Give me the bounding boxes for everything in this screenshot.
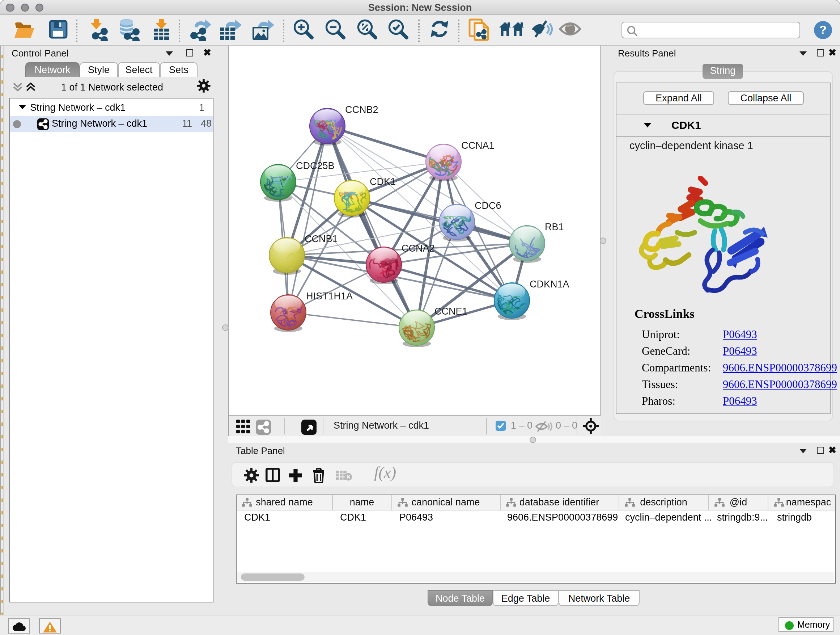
svg-text:CCNA2: CCNA2 — [401, 243, 435, 254]
svg-text:HIST1H1A: HIST1H1A — [306, 291, 353, 302]
svg-text:CDKN1A: CDKN1A — [530, 279, 569, 290]
svg-text:RB1: RB1 — [545, 222, 564, 233]
svg-text:CCNE1: CCNE1 — [434, 306, 468, 317]
svg-text:CDK1: CDK1 — [370, 176, 396, 187]
svg-text:CCNB2: CCNB2 — [345, 104, 378, 115]
svg-text:CDC6: CDC6 — [475, 200, 501, 211]
svg-text:CCNB1: CCNB1 — [305, 233, 338, 244]
svg-text:CDC25B: CDC25B — [296, 160, 335, 171]
svg-text:CCNA1: CCNA1 — [461, 140, 494, 151]
